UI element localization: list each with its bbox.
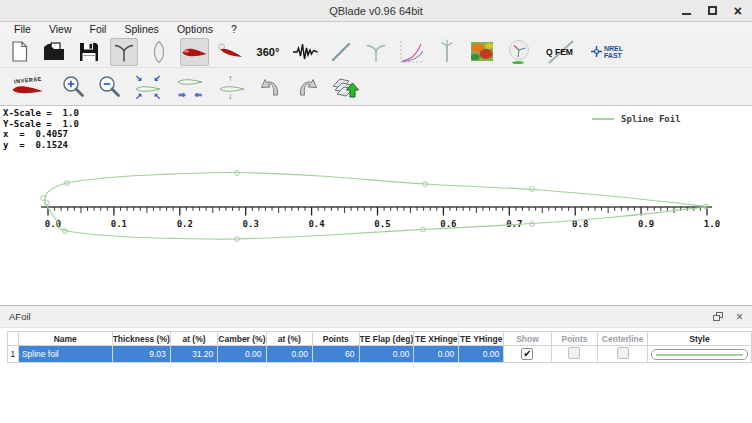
main-toolbar: 360° Q FEM — [0, 36, 752, 68]
new-file-icon — [11, 41, 28, 62]
show-cell: ✔ — [504, 346, 551, 363]
menu-options[interactable]: Options — [168, 23, 222, 35]
zoom-out-button[interactable] — [95, 73, 123, 101]
foil-toolbar: INVERSE ↘ ↙ ↗ ↖ ⇒ ⇐ — [0, 68, 752, 106]
camber-at-cell[interactable]: 0.00 — [266, 346, 312, 363]
window-title: QBlade v0.96 64bit — [0, 5, 752, 17]
store-splines-as-foil-button[interactable] — [329, 73, 361, 101]
open-file-button[interactable] — [40, 38, 68, 66]
heatmap-icon — [471, 42, 493, 61]
col-name: Name — [18, 332, 112, 346]
foil-design-canvas[interactable]: X-Scale = 1.0 Y-Scale = 1.0 x = 0.4057 y… — [0, 106, 752, 305]
save-floppy-icon — [79, 42, 99, 62]
nrel-fast-button[interactable]: NREL FAST — [587, 38, 627, 66]
fit-to-view-button[interactable]: ↘ ↙ ↗ ↖ — [131, 73, 165, 101]
line-style-button[interactable] — [651, 349, 748, 360]
zoom-out-icon — [96, 74, 122, 100]
polar-extrapolation-360-button[interactable]: 360° — [252, 38, 284, 66]
multi-parameter-simulation-button[interactable] — [397, 38, 426, 66]
rotor-blades-icon — [112, 40, 136, 64]
rotor-module-button[interactable] — [110, 38, 138, 66]
col-thickness-at: at (%) — [170, 332, 218, 346]
scale-y-button[interactable]: ↑ ↓ — [215, 73, 249, 101]
menu-foil[interactable]: Foil — [81, 23, 116, 35]
svg-text:0.2: 0.2 — [177, 219, 193, 229]
menu-help[interactable]: ? — [222, 23, 246, 35]
points-checkbox[interactable] — [568, 347, 580, 359]
qblade-window: QBlade v0.96 64bit × File View Foil Spli… — [0, 0, 752, 423]
style-cell — [648, 346, 752, 363]
titlebar: QBlade v0.96 64bit × — [0, 0, 752, 22]
col-te-flap: TE Flap (deg) — [359, 332, 414, 346]
line-style-swatch — [656, 354, 743, 356]
turbine-simulation-button[interactable] — [433, 38, 461, 66]
col-te-xhinge: TE XHinge — [414, 332, 459, 346]
open-folder-icon — [43, 42, 65, 61]
save-button[interactable] — [75, 38, 103, 66]
menu-view[interactable]: View — [40, 23, 81, 35]
table-row[interactable]: 1 Spline foil 9.03 31.20 0.00 0.00 60 0.… — [8, 346, 752, 363]
airfoil-pen-icon — [217, 43, 244, 60]
col-centerline: Centerline — [598, 332, 648, 346]
float-panel-icon[interactable] — [713, 312, 724, 322]
inverse-design-button[interactable]: INVERSE — [5, 73, 51, 101]
minimize-icon[interactable] — [682, 13, 691, 15]
rotor-gray-icon — [364, 40, 388, 64]
globe-rotor-icon — [505, 39, 533, 65]
cfd-analysis-button[interactable] — [468, 38, 496, 66]
redo-button[interactable] — [293, 73, 321, 101]
store-foil-stack-icon — [331, 74, 359, 99]
360-deg-icon: 360° — [257, 46, 280, 58]
svg-text:0.4: 0.4 — [308, 219, 325, 229]
redo-arrow-icon — [295, 75, 319, 98]
inverse-airfoil-icon — [11, 83, 45, 96]
col-show-points: Points — [551, 332, 598, 346]
spline-foil-plot[interactable]: 0.00.10.20.30.40.50.60.70.80.91.0 — [0, 106, 752, 305]
foil-name-cell[interactable]: Spline foil — [18, 346, 112, 363]
centerline-cell — [598, 346, 648, 363]
undo-button[interactable] — [257, 73, 285, 101]
nrel-label-bottom: FAST — [604, 52, 623, 59]
rotor-simulation-button[interactable] — [362, 38, 390, 66]
noise-simulation-button[interactable] — [291, 38, 320, 66]
legend: Spline Foil — [592, 114, 681, 124]
qfem-analysis-button[interactable]: Q FEM — [542, 38, 580, 66]
scale-readout: X-Scale = 1.0 Y-Scale = 1.0 x = 0.4057 y… — [3, 108, 79, 150]
fit-view-icon: ↘ ↙ ↗ ↖ — [132, 74, 164, 100]
maximize-icon[interactable] — [708, 6, 717, 15]
show-checkbox[interactable]: ✔ — [521, 348, 533, 360]
col-style: Style — [648, 332, 752, 346]
afoil-panel-title: AFoil — [9, 311, 713, 322]
scale-x-icon: ⇒ ⇐ — [174, 74, 206, 100]
close-icon[interactable]: × — [734, 6, 742, 16]
zoom-in-button[interactable] — [59, 73, 87, 101]
centerline-checkbox[interactable] — [617, 347, 629, 359]
panel-close-icon[interactable]: × — [736, 312, 743, 322]
multi-turbine-simulation-button[interactable] — [503, 38, 535, 66]
points-cell[interactable]: 60 — [312, 346, 359, 363]
te-yhinge-cell[interactable]: 0.00 — [459, 346, 504, 363]
te-flap-cell[interactable]: 0.00 — [359, 346, 414, 363]
blade-design-button[interactable] — [327, 38, 355, 66]
svg-text:0.3: 0.3 — [243, 219, 259, 229]
thickness-cell[interactable]: 9.03 — [112, 346, 170, 363]
row-number-cell: 1 — [8, 346, 19, 363]
te-xhinge-cell[interactable]: 0.00 — [414, 346, 459, 363]
menu-splines[interactable]: Splines — [115, 23, 167, 35]
col-camber: Camber (%) — [218, 332, 266, 346]
foil-analysis-button[interactable] — [216, 38, 245, 66]
thickness-at-cell[interactable]: 31.20 — [170, 346, 218, 363]
scale-y-icon: ↑ ↓ — [216, 74, 248, 100]
svg-text:0.9: 0.9 — [638, 219, 654, 229]
spline-shape-button[interactable] — [145, 38, 173, 66]
new-file-button[interactable] — [5, 38, 33, 66]
col-show: Show — [504, 332, 551, 346]
undo-arrow-icon — [259, 75, 283, 98]
camber-cell[interactable]: 0.00 — [218, 346, 266, 363]
show-points-cell — [551, 346, 598, 363]
direct-foil-design-button[interactable] — [180, 38, 209, 66]
svg-text:0.1: 0.1 — [111, 219, 127, 229]
svg-text:0.5: 0.5 — [374, 219, 390, 229]
scale-x-button[interactable]: ⇒ ⇐ — [173, 73, 207, 101]
menu-file[interactable]: File — [5, 23, 40, 35]
